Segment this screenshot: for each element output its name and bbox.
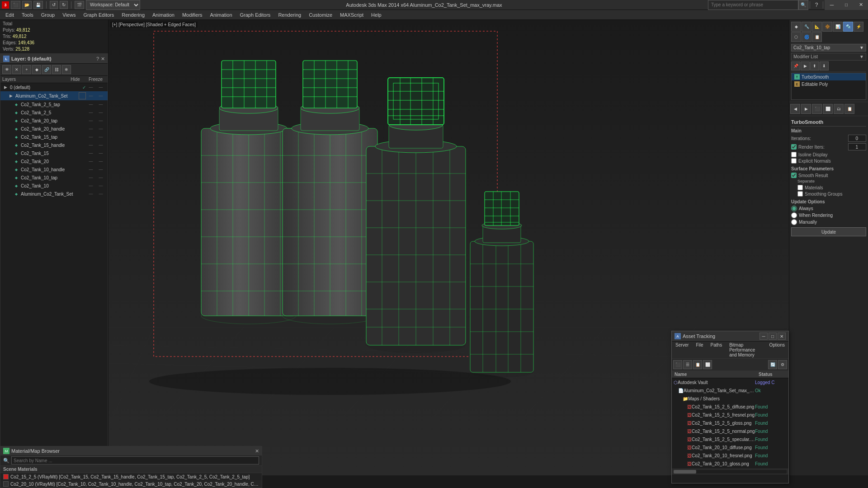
layers-tool-add[interactable]: + — [22, 65, 31, 74]
at-menu-options[interactable]: Options — [766, 342, 788, 358]
menu-views[interactable]: Views — [59, 10, 79, 20]
layer-extra-btn[interactable] — [79, 92, 86, 99]
rp-icon6-active[interactable]: 🔩 — [843, 22, 853, 32]
minimize-button[interactable]: ─ — [825, 0, 839, 10]
ts-when-rendering-radio[interactable] — [791, 212, 797, 218]
mat-search-input[interactable] — [11, 456, 259, 465]
ts-render-iters-checkbox[interactable] — [791, 144, 797, 150]
toolbar-small-btn[interactable]: ⬛ — [11, 1, 20, 9]
at-list-item[interactable]: 🖼 Co2_Tank_15_2_5_normal.png Found — [672, 427, 788, 435]
rb-icon5[interactable]: 🗂 — [834, 104, 844, 114]
ts-materials-label[interactable]: Materials — [797, 185, 866, 190]
at-tool4[interactable]: ⬜ — [703, 360, 712, 369]
rp-icon4[interactable]: 🔆 — [822, 22, 832, 32]
mat-list-item[interactable]: Co2_20_10 (VRayMtl) [Co2_Tank_10, Co2_Ta… — [0, 480, 262, 488]
rb-icon4[interactable]: ⬜ — [823, 104, 833, 114]
at-minimize-btn[interactable]: ─ — [760, 333, 768, 340]
at-list-item[interactable]: 📄 Aluminum_Co2_Tank_Set_max_vray.max Ok — [672, 386, 788, 394]
layers-close-btn[interactable]: ✕ — [101, 56, 105, 62]
ts-smooth-result-checkbox[interactable] — [791, 173, 797, 178]
rb-icon3[interactable]: ⬛ — [812, 104, 822, 114]
menu-rendering[interactable]: Rendering — [118, 10, 148, 20]
layer-item[interactable]: ◆ Co2_Tank_15_tap — — — [0, 133, 108, 141]
layer-item[interactable]: ▶ Aluminum_Co2_Tank_Set — — — [0, 91, 108, 100]
undo-btn[interactable]: ↺ — [50, 1, 58, 9]
layer-item[interactable]: ◆ Co2_Tank_20_tap — — — [0, 117, 108, 125]
menu-edit[interactable]: Edit — [2, 10, 18, 20]
toolbar-small-btn3[interactable]: 💾 — [33, 1, 43, 9]
menu-customize[interactable]: Customize — [305, 10, 336, 20]
rp-icon9[interactable]: 🌀 — [802, 32, 811, 42]
ts-explicit-normals-label[interactable]: Explicit Normals — [791, 158, 866, 164]
at-search-input[interactable] — [672, 474, 788, 483]
ts-isoline-display-label[interactable]: Isoline Display — [791, 152, 866, 157]
layer-item[interactable]: ◆ Co2_Tank_2_5 — — — [0, 108, 108, 117]
at-tool1[interactable]: ⬛ — [673, 360, 682, 369]
workspace-dropdown[interactable]: Workspace: Default — [86, 0, 140, 10]
at-tool-refresh[interactable]: 🔄 — [768, 360, 777, 369]
render-btn[interactable]: 🎬 — [75, 1, 84, 9]
menu-animation2[interactable]: Animation — [207, 10, 236, 20]
layer-item[interactable]: ▶ 0 (default) ✓ — — — [0, 83, 108, 91]
ts-materials-checkbox[interactable] — [797, 185, 803, 190]
ts-render-iters-input[interactable] — [848, 143, 866, 150]
modifier-entry-turbosmooth[interactable]: T TurboSmooth — [792, 73, 866, 80]
layers-tool-eye[interactable]: 👁 — [2, 65, 11, 74]
modifier-entry-editablepoly[interactable]: E Editable Poly — [792, 80, 866, 88]
at-list-item[interactable]: 🖼 Co2_Tank_20_10_diffuse.png Found — [672, 443, 788, 451]
at-scrollbar[interactable] — [672, 469, 788, 474]
ts-smoothing-groups-label[interactable]: Smoothing Groups — [797, 191, 866, 197]
mat-list-item[interactable]: Co2_15_2_5 (VRayMtl) [Co2_Tank_15, Co2_T… — [0, 473, 262, 480]
at-list-item[interactable]: ⬡ Autodesk Vault Logged C — [672, 378, 788, 386]
at-list-item[interactable]: 🖼 Co2_Tank_15_2_5_fresnel.png Found — [672, 411, 788, 419]
layers-tool-unlink[interactable]: ⛓ — [52, 65, 61, 74]
at-list-item[interactable]: 🖼 Co2_Tank_15_2_5_diffuse.png Found — [672, 403, 788, 411]
modifier-list-dropdown[interactable]: Modifier List ▼ — [791, 53, 866, 61]
ts-iterations-input[interactable] — [848, 135, 866, 142]
ts-manually-radio[interactable] — [791, 219, 797, 225]
at-maximize-btn[interactable]: □ — [769, 333, 777, 340]
layer-item[interactable]: ◆ Co2_Tank_15 — — — [0, 149, 108, 157]
at-menu-file[interactable]: File — [692, 342, 707, 358]
layers-tool-link[interactable]: 🔗 — [42, 65, 51, 74]
at-menu-paths[interactable]: Paths — [707, 342, 726, 358]
at-list-item[interactable]: 🖼 Co2_Tank_15_2_5_gloss.png Found — [672, 419, 788, 427]
menu-animation[interactable]: Animation — [149, 10, 178, 20]
layer-item[interactable]: ◆ Co2_Tank_2_5_tap — — — [0, 100, 108, 108]
close-button[interactable]: ✕ — [854, 0, 868, 10]
at-list-item[interactable]: 🖼 Co2_Tank_20_10_gloss.png Found — [672, 460, 788, 468]
rp-icon10[interactable]: 📋 — [812, 32, 822, 42]
rb-icon2[interactable]: ▶ — [801, 104, 811, 114]
at-close-btn[interactable]: ✕ — [778, 333, 786, 340]
layers-tool-select[interactable]: ◆ — [32, 65, 41, 74]
ts-manually-radio-label[interactable]: Manually — [791, 219, 866, 225]
toolbar-small-btn2[interactable]: 📂 — [22, 1, 32, 9]
at-tool-settings[interactable]: ⚙ — [778, 360, 787, 369]
rb-icon6[interactable]: 📋 — [844, 104, 854, 114]
at-menu-server[interactable]: Server — [672, 342, 692, 358]
layer-item[interactable]: ◆ Co2_Tank_20_handle — — — [0, 125, 108, 133]
mod-tool2[interactable]: ▶ — [801, 61, 810, 70]
ts-when-rendering-radio-label[interactable]: When Rendering — [791, 212, 866, 218]
redo-btn[interactable]: ↻ — [60, 1, 68, 9]
menu-rendering2[interactable]: Rendering — [274, 10, 305, 20]
menu-group[interactable]: Group — [38, 10, 59, 20]
at-tool3[interactable]: 📋 — [693, 360, 702, 369]
menu-graph-editors[interactable]: Graph Editors — [80, 10, 118, 20]
maximize-button[interactable]: □ — [839, 0, 854, 10]
ts-update-button[interactable]: Update — [791, 227, 866, 236]
layers-tool-x[interactable]: ✕ — [12, 65, 21, 74]
at-list-item[interactable]: 📁 Maps / Shaders — [672, 394, 788, 403]
rp-icon3[interactable]: 📐 — [812, 22, 822, 32]
layer-item[interactable]: ◆ Co2_Tank_20 — — — [0, 157, 108, 165]
modifier-object-dropdown[interactable]: Co2_Tank_10_tap ▼ — [791, 44, 866, 52]
rp-icon7[interactable]: ⚡ — [854, 22, 863, 32]
mod-tool3[interactable]: ⬆ — [810, 61, 819, 70]
layer-item[interactable]: ◆ Aluminum_Co2_Tank_Set — — — [0, 190, 108, 198]
ts-isoline-display-checkbox[interactable] — [791, 152, 797, 157]
layer-item[interactable]: ◆ Co2_Tank_10_handle — — — [0, 165, 108, 174]
rp-icon1[interactable]: ◆ — [791, 22, 801, 32]
layer-item[interactable]: ◆ Co2_Tank_15_handle — — — [0, 141, 108, 149]
layers-tool-freeze[interactable]: ❄ — [62, 65, 71, 74]
menu-tools[interactable]: Tools — [18, 10, 37, 20]
